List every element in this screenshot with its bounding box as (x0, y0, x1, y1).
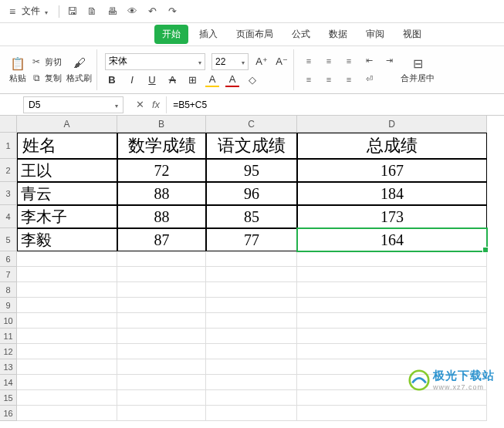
tab-insert[interactable]: 插入 (191, 25, 225, 44)
cell[interactable]: 96 (206, 182, 297, 205)
tab-data[interactable]: 数据 (321, 25, 355, 44)
cell[interactable] (297, 282, 487, 298)
cell[interactable]: 李木子 (17, 205, 117, 228)
row-header[interactable]: 15 (0, 390, 17, 406)
name-box[interactable]: D5 (23, 96, 123, 113)
italic-button[interactable]: I (125, 73, 139, 87)
format-painter-button[interactable]: 🖌 格式刷 (66, 56, 92, 84)
cell[interactable]: 184 (297, 182, 487, 205)
row-header[interactable]: 13 (0, 359, 17, 375)
cell[interactable]: 语文成绩 (206, 133, 297, 159)
bold-button[interactable]: B (105, 73, 119, 87)
align-center-icon[interactable]: ≡ (322, 72, 336, 86)
cell[interactable] (297, 329, 487, 344)
cell[interactable] (117, 390, 206, 406)
cell[interactable]: 173 (297, 205, 487, 228)
cancel-formula-icon[interactable]: ✕ (136, 99, 144, 110)
cell[interactable]: 87 (117, 228, 206, 251)
cell[interactable] (297, 344, 487, 359)
indent-increase-icon[interactable]: ⇥ (382, 54, 396, 68)
cell[interactable]: 72 (117, 159, 206, 182)
cell[interactable] (17, 390, 117, 406)
align-bottom-icon[interactable]: ≡ (342, 54, 356, 68)
cell[interactable] (117, 313, 206, 329)
paste-button[interactable]: 📋 粘贴 (9, 56, 26, 84)
cell[interactable] (297, 267, 487, 282)
row-header[interactable]: 1 (0, 133, 17, 159)
undo-icon[interactable]: ↶ (146, 5, 158, 18)
row-header[interactable]: 11 (0, 329, 17, 344)
cell[interactable] (206, 329, 297, 344)
column-header[interactable]: B (117, 116, 206, 133)
increase-font-icon[interactable]: A⁺ (255, 55, 269, 69)
cell[interactable] (297, 313, 487, 329)
tab-view[interactable]: 视图 (395, 25, 429, 44)
row-header[interactable]: 5 (0, 228, 17, 251)
cell[interactable] (206, 390, 297, 406)
cell[interactable] (117, 329, 206, 344)
print-icon[interactable]: 🖶 (106, 5, 118, 18)
cell[interactable] (297, 251, 487, 267)
cell[interactable] (117, 406, 206, 421)
cell[interactable] (206, 298, 297, 313)
cell[interactable] (117, 267, 206, 282)
cell[interactable]: 88 (117, 205, 206, 228)
cell[interactable]: 总成绩 (297, 133, 487, 159)
row-header[interactable]: 14 (0, 375, 17, 390)
row-header[interactable]: 9 (0, 298, 17, 313)
cell[interactable]: 85 (206, 205, 297, 228)
cell[interactable] (17, 329, 117, 344)
strikethrough-button[interactable]: A̶ (165, 73, 179, 87)
cell[interactable]: 王以 (17, 159, 117, 182)
align-right-icon[interactable]: ≡ (342, 72, 356, 86)
formula-input[interactable] (166, 96, 504, 113)
cut-button[interactable]: ✂ 剪切 (31, 56, 62, 68)
cell[interactable] (206, 313, 297, 329)
copy-button[interactable]: ⧉ 复制 (31, 72, 62, 84)
clear-format-button[interactable]: ◇ (245, 73, 259, 87)
indent-decrease-icon[interactable]: ⇤ (362, 54, 376, 68)
cell[interactable] (117, 375, 206, 390)
cell[interactable] (206, 359, 297, 375)
borders-button[interactable]: ⊞ (185, 73, 199, 87)
cell[interactable] (117, 282, 206, 298)
align-left-icon[interactable]: ≡ (302, 72, 316, 86)
wrap-text-icon[interactable]: ⏎ (362, 72, 376, 86)
cell[interactable] (17, 313, 117, 329)
fill-color-button[interactable]: A (205, 73, 219, 87)
redo-icon[interactable]: ↷ (166, 5, 178, 18)
column-header[interactable]: D (297, 116, 487, 133)
cell[interactable] (117, 251, 206, 267)
row-header[interactable]: 4 (0, 205, 17, 228)
print-preview-icon[interactable]: 👁 (126, 5, 138, 18)
cell[interactable]: 164 (297, 228, 487, 251)
cell[interactable] (17, 375, 117, 390)
cell[interactable] (297, 406, 487, 421)
font-size-select[interactable]: 22 (211, 53, 249, 70)
cell[interactable] (17, 267, 117, 282)
cell[interactable] (206, 344, 297, 359)
cell[interactable] (206, 251, 297, 267)
cell[interactable] (117, 359, 206, 375)
row-header[interactable]: 3 (0, 182, 17, 205)
cell[interactable] (17, 406, 117, 421)
cell[interactable]: 姓名 (17, 133, 117, 159)
row-header[interactable]: 8 (0, 282, 17, 298)
cell[interactable]: 77 (206, 228, 297, 251)
cell[interactable] (206, 267, 297, 282)
tab-formula[interactable]: 公式 (284, 25, 318, 44)
cell[interactable] (117, 344, 206, 359)
underline-button[interactable]: U (145, 73, 159, 87)
cell[interactable] (117, 298, 206, 313)
font-color-button[interactable]: A (225, 73, 239, 87)
cell[interactable] (206, 282, 297, 298)
row-header[interactable]: 16 (0, 406, 17, 421)
save-as-icon[interactable]: 🗎 (86, 5, 98, 18)
tab-review[interactable]: 审阅 (358, 25, 392, 44)
align-top-icon[interactable]: ≡ (302, 54, 316, 68)
file-menu[interactable]: 文件 (5, 2, 52, 20)
row-header[interactable]: 2 (0, 159, 17, 182)
cell[interactable] (206, 375, 297, 390)
cell[interactable] (17, 344, 117, 359)
cell[interactable]: 167 (297, 159, 487, 182)
